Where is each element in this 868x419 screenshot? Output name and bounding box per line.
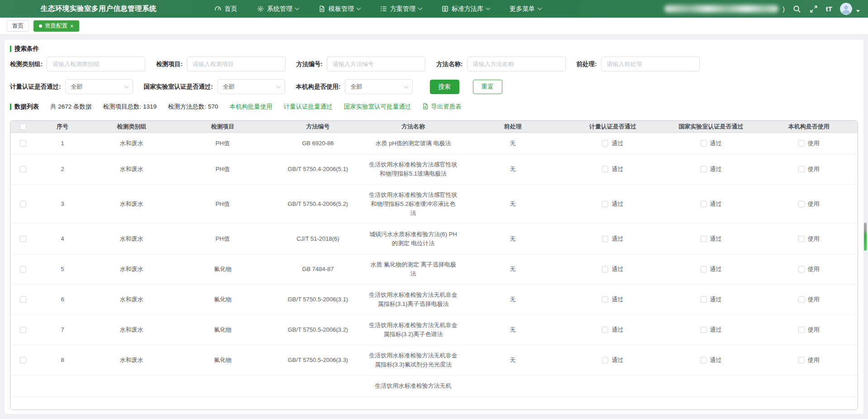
row-checkbox[interactable] bbox=[20, 166, 26, 172]
metrology-pass-checkbox[interactable] bbox=[602, 201, 608, 207]
row-checkbox[interactable] bbox=[20, 236, 26, 242]
code-cell: CJ/T 51-2018(6) bbox=[272, 224, 365, 254]
menu-system[interactable]: 系统管理 bbox=[257, 5, 299, 13]
font-size-icon[interactable]: tT bbox=[826, 5, 832, 13]
export-qualification-link[interactable]: 导出资质表 bbox=[422, 103, 462, 111]
row-checkbox[interactable] bbox=[20, 327, 26, 333]
item-cell: PH值 bbox=[174, 154, 271, 184]
pre-cell: 无 bbox=[462, 154, 564, 184]
cnas-pass-checkbox[interactable] bbox=[701, 201, 707, 207]
org-use-select[interactable]: 全部 bbox=[345, 79, 413, 94]
total-items-stat: 检测项目总数: 1319 bbox=[103, 103, 157, 111]
org-use-checkbox[interactable] bbox=[798, 236, 805, 242]
item-cell: 氟化物 bbox=[174, 285, 271, 314]
menu-system-label: 系统管理 bbox=[267, 5, 292, 13]
table-body: 1 水和废水 PH值 GB 6920-86 水质 pH值的测定玻璃 电极法 无 … bbox=[10, 133, 858, 376]
cnas-pass-label: 通过 bbox=[710, 295, 722, 304]
data-table: 序号 检测类别组 检测项目 方法编号 方法名称 前处理 计量认证是否通过 国家实… bbox=[10, 120, 858, 410]
name-text: 生活饮用水标准检验方法无机非金属指标(3.3)氟试剂分光光度法 bbox=[369, 351, 458, 369]
menu-plan[interactable]: 方案管理 bbox=[380, 5, 422, 13]
batch-metrology-pass-link[interactable]: 计量认证批量通过 bbox=[284, 103, 333, 111]
tab-qualification-config[interactable]: 资质配置 × bbox=[33, 20, 79, 32]
scrollbar-thumb[interactable] bbox=[864, 223, 867, 251]
group-cell: 水和废水 bbox=[89, 345, 174, 375]
metrology-pass-select[interactable]: 全部 bbox=[65, 79, 133, 94]
org-name-suffix: ) bbox=[782, 5, 785, 13]
metrology-pass-checkbox[interactable] bbox=[602, 357, 608, 363]
menu-home[interactable]: 首页 bbox=[215, 5, 237, 13]
search-selects-row: 计量认证是否通过: 全部 国家实验室认证是否通过: 全部 本机构是否使用: 全部… bbox=[10, 79, 858, 94]
cnas-pass-checkbox[interactable] bbox=[701, 140, 707, 147]
org-use-checkbox[interactable] bbox=[798, 266, 805, 272]
cnas-pass-checkbox[interactable] bbox=[701, 327, 707, 333]
chevron-down-icon bbox=[486, 6, 491, 10]
select-all-checkbox[interactable] bbox=[20, 124, 26, 130]
test-item-input[interactable] bbox=[187, 57, 286, 71]
item-cell: PH值 bbox=[174, 133, 271, 154]
list-title-wrap: 数据列表 bbox=[10, 103, 39, 111]
cnas-pass-checkbox[interactable] bbox=[701, 357, 707, 363]
menu-standard-library-label: 标准方法库 bbox=[452, 5, 483, 13]
cnas-pass-label: 通过 bbox=[710, 265, 722, 274]
metrology-pass-checkbox[interactable] bbox=[602, 296, 608, 303]
field-pretreatment-label: 前处理: bbox=[577, 60, 597, 68]
cnas-pass-select[interactable]: 全部 bbox=[217, 79, 285, 94]
method-code-input[interactable] bbox=[327, 57, 425, 71]
batch-cnas-pass-link[interactable]: 国家实验室认可批量通过 bbox=[344, 103, 411, 111]
method-name-input[interactable] bbox=[467, 57, 566, 71]
search-icon[interactable] bbox=[792, 5, 801, 14]
field-cnas-pass-label: 国家实验室认证是否通过: bbox=[144, 83, 213, 91]
menu-more[interactable]: 更多菜单 bbox=[510, 5, 541, 13]
org-use-checkbox[interactable] bbox=[798, 140, 805, 147]
group-cell: 水和废水 bbox=[89, 185, 174, 224]
metrology-pass-checkbox[interactable] bbox=[602, 327, 608, 333]
name-cell-partial: 生活饮用水标准检验方法无机 bbox=[375, 381, 452, 390]
cnas-pass-checkbox[interactable] bbox=[701, 236, 707, 242]
tab-qualification-config-label: 资质配置 bbox=[45, 22, 67, 30]
field-metrology-pass: 计量认证是否通过: 全部 bbox=[10, 79, 133, 94]
org-use-checkbox[interactable] bbox=[798, 327, 805, 333]
menu-standard-library[interactable]: 标准方法库 bbox=[442, 5, 490, 13]
chevron-down-icon bbox=[357, 6, 361, 10]
table-header-row: 序号 检测类别组 检测项目 方法编号 方法名称 前处理 计量认证是否通过 国家实… bbox=[10, 121, 858, 133]
tab-home-label: 首页 bbox=[12, 22, 24, 30]
tab-home[interactable]: 首页 bbox=[7, 20, 29, 32]
avatar[interactable] bbox=[840, 3, 852, 15]
fullscreen-icon[interactable] bbox=[809, 5, 818, 14]
menu-template[interactable]: 模板管理 bbox=[319, 5, 360, 13]
metrology-pass-checkbox[interactable] bbox=[602, 140, 608, 147]
column-header-cnas: 国家实验室认证是否通过 bbox=[662, 123, 760, 131]
group-cell: 水和废水 bbox=[89, 285, 174, 314]
row-checkbox[interactable] bbox=[20, 201, 26, 207]
chevron-down-icon bbox=[418, 6, 423, 10]
row-checkbox[interactable] bbox=[20, 357, 26, 363]
category-group-input[interactable] bbox=[47, 57, 145, 71]
seq-cell: 3 bbox=[36, 185, 89, 224]
org-use-checkbox[interactable] bbox=[798, 166, 805, 172]
cnas-pass-label: 通过 bbox=[710, 165, 722, 174]
metrology-pass-checkbox[interactable] bbox=[602, 166, 608, 172]
cnas-pass-checkbox[interactable] bbox=[701, 266, 707, 272]
item-cell: 氟化物 bbox=[174, 345, 271, 375]
batch-use-link[interactable]: 本机构批量使用 bbox=[229, 103, 272, 111]
row-checkbox[interactable] bbox=[20, 266, 26, 272]
cnas-pass-checkbox[interactable] bbox=[701, 166, 707, 172]
org-use-checkbox[interactable] bbox=[798, 201, 805, 207]
search-button[interactable]: 搜索 bbox=[430, 80, 459, 94]
org-use-checkbox[interactable] bbox=[798, 357, 805, 363]
metrology-pass-checkbox[interactable] bbox=[602, 236, 608, 242]
chevron-down-icon bbox=[538, 6, 542, 10]
field-metrology-pass-label: 计量认证是否通过: bbox=[10, 83, 61, 91]
close-icon[interactable]: × bbox=[70, 23, 74, 29]
row-checkbox[interactable] bbox=[20, 296, 26, 303]
section-bar bbox=[10, 104, 11, 110]
reset-button[interactable]: 重置 bbox=[473, 80, 502, 94]
pretreatment-input[interactable] bbox=[601, 57, 700, 71]
row-checkbox[interactable] bbox=[20, 140, 26, 147]
table-row: 3 水和废水 PH值 GB/T 5750.4-2006(5.2) 生活饮用水标准… bbox=[10, 185, 858, 224]
metrology-pass-checkbox[interactable] bbox=[602, 266, 608, 272]
org-use-checkbox[interactable] bbox=[798, 296, 805, 303]
table-row: 2 水和废水 PH值 GB/T 5750.4-2006(5.1) 生活饮用水标准… bbox=[10, 154, 858, 185]
field-org-use: 本机构是否使用: 全部 bbox=[296, 79, 413, 94]
cnas-pass-checkbox[interactable] bbox=[701, 296, 707, 303]
